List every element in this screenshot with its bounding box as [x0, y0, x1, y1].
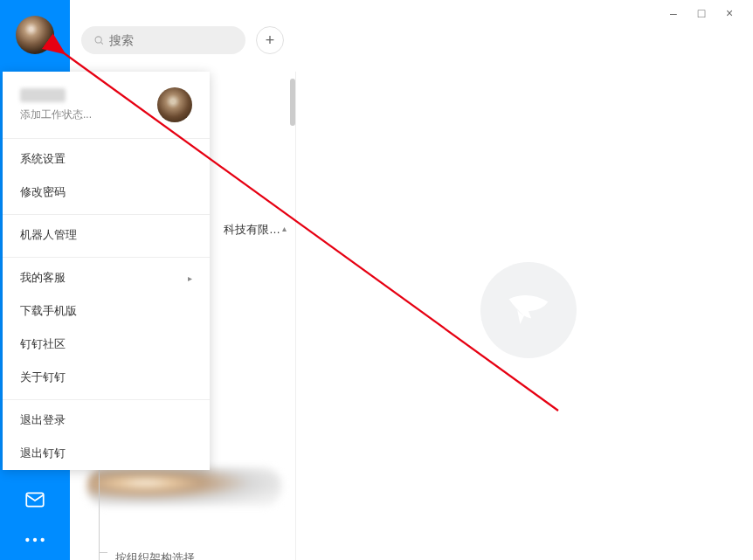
vertical-divider [295, 72, 296, 560]
tree-branch-2 [99, 552, 107, 553]
menu-my-support-label: 我的客服 [20, 270, 66, 286]
caret-up-icon[interactable]: ▴ [282, 224, 287, 233]
svg-rect-0 [26, 493, 44, 506]
menu-logout[interactable]: 退出登录 [3, 404, 210, 437]
menu-change-password[interactable]: 修改密码 [3, 176, 210, 209]
close-button[interactable]: × [723, 7, 736, 19]
mail-icon[interactable] [24, 488, 46, 511]
search-input[interactable] [109, 33, 233, 47]
search-box[interactable] [81, 26, 245, 54]
menu-community[interactable]: 钉钉社区 [3, 328, 210, 361]
list-item-org-select[interactable]: 按组织架构选择 [115, 550, 195, 560]
more-icon[interactable] [24, 529, 46, 551]
maximize-button[interactable]: □ [695, 7, 708, 19]
list-item-blurred[interactable] [87, 467, 281, 506]
menu-system-settings[interactable]: 系统设置 [3, 142, 210, 176]
brand-logo [480, 262, 577, 358]
menu-download-mobile[interactable]: 下载手机版 [3, 294, 210, 328]
add-button[interactable]: + [256, 26, 284, 54]
chevron-right-icon: ▸ [188, 273, 192, 283]
menu-robot-manage[interactable]: 机器人管理 [3, 218, 210, 252]
svg-point-2 [33, 538, 37, 542]
dropdown-status[interactable]: 添加工作状态... [20, 107, 92, 122]
svg-point-1 [25, 538, 29, 542]
dropdown-avatar[interactable] [157, 87, 192, 122]
header: + [81, 26, 284, 54]
minimize-button[interactable]: – [667, 7, 680, 19]
svg-point-4 [95, 37, 101, 43]
tree-line-2 [99, 468, 100, 560]
menu-exit[interactable]: 退出钉钉 [3, 437, 210, 470]
search-icon [93, 34, 104, 46]
avatar-dropdown: 添加工作状态... 系统设置 修改密码 机器人管理 我的客服 ▸ 下载手机版 钉… [3, 72, 210, 470]
avatar[interactable] [16, 16, 54, 54]
list-item-company[interactable]: 科技有限… [224, 222, 280, 238]
dropdown-header: 添加工作状态... [3, 72, 210, 135]
menu-about[interactable]: 关于钉钉 [3, 361, 210, 394]
dropdown-username [20, 88, 66, 102]
menu-my-support[interactable]: 我的客服 ▸ [3, 261, 210, 294]
svg-point-3 [41, 538, 45, 542]
window-controls: – □ × [650, 0, 753, 26]
